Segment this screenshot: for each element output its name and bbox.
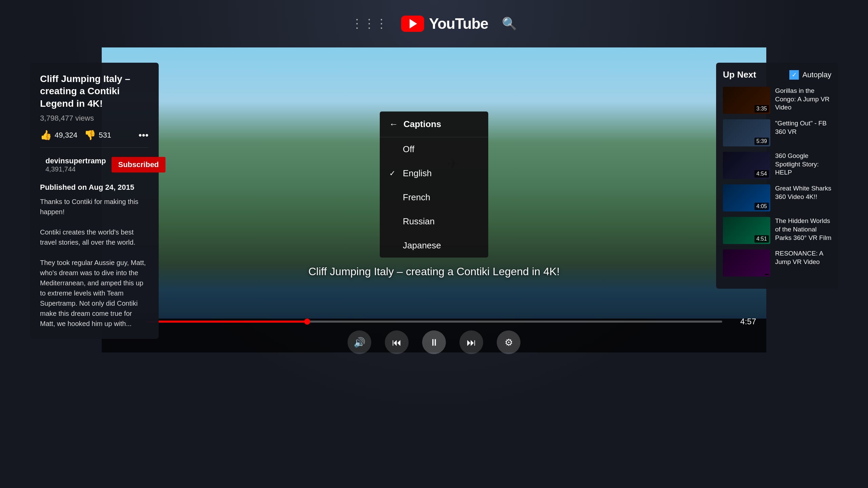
description-line1: Thanks to Contiki for making this happen…	[40, 197, 149, 217]
next-video-item-5[interactable]: 4:51 The Hidden Worlds of the National P…	[723, 217, 831, 244]
next-thumb-4: 4:05	[723, 184, 770, 211]
video-player[interactable]: ✈ Cliff Jumping Italy – creating a Conti…	[102, 47, 766, 319]
settings-icon: ⚙	[505, 337, 513, 348]
pause-icon: ⏸	[429, 337, 439, 348]
description-line3: They took regular Aussie guy, Matt, who'…	[40, 258, 149, 329]
up-next-title: Up Next	[723, 69, 756, 80]
channel-info: devinsupertramp 4,391,744	[45, 157, 106, 173]
caption-japanese-label: Japanese	[403, 240, 441, 251]
grid-menu-icon[interactable]: ⋮⋮⋮	[351, 17, 388, 31]
caption-option-english[interactable]: ✓ English	[380, 161, 488, 185]
up-next-panel: Up Next ✓ Autoplay 3:35 Gorillas in the …	[716, 63, 838, 289]
youtube-logo[interactable]: YouTube	[401, 15, 488, 32]
caption-off-label: Off	[403, 144, 414, 155]
caption-french-label: French	[403, 192, 430, 203]
next-title-1: Gorillas in the Congo: A Jump VR Video	[775, 87, 831, 112]
video-container: ✈ Cliff Jumping Italy – creating a Conti…	[102, 47, 766, 352]
next-thumb-2: 5:39	[723, 119, 770, 146]
channel-subs: 4,391,744	[45, 165, 106, 173]
captions-header: ← Captions	[380, 111, 488, 137]
caption-option-french[interactable]: French	[380, 185, 488, 209]
video-title-overlay: Cliff Jumping Italy – creating a Contiki…	[102, 265, 766, 278]
next-info-4: Great White Sharks 360 Video 4K!!	[775, 184, 831, 211]
progress-bar-container: 1:24 4:57	[112, 317, 756, 326]
youtube-play-icon	[401, 16, 424, 32]
dislike-button[interactable]: 👎 531	[84, 129, 111, 141]
settings-button[interactable]: ⚙	[497, 330, 520, 354]
next-video-item-4[interactable]: 4:05 Great White Sharks 360 Video 4K!!	[723, 184, 831, 211]
thumbs-up-icon: 👍	[40, 129, 52, 141]
top-navigation: ⋮⋮⋮ YouTube 🔍	[0, 0, 868, 47]
description: Thanks to Contiki for making this happen…	[40, 197, 149, 329]
autoplay-checkbox[interactable]: ✓	[789, 70, 799, 80]
next-duration-4: 4:05	[754, 203, 769, 210]
autoplay-row: ✓ Autoplay	[789, 70, 831, 80]
video-title: Cliff Jumping Italy – creating a Contiki…	[40, 73, 149, 110]
next-info-5: The Hidden Worlds of the National Parks …	[775, 217, 831, 244]
search-icon[interactable]: 🔍	[502, 17, 517, 31]
likes-row: 👍 49,324 👎 531 •••	[40, 129, 149, 148]
next-title-6: RESONANCE: A Jump VR Video	[775, 249, 831, 266]
thumbs-down-icon: 👎	[84, 129, 96, 141]
dislike-count: 531	[99, 131, 111, 140]
time-total: 4:57	[729, 317, 756, 326]
progress-thumb[interactable]	[304, 319, 310, 325]
next-duration-5: 4:51	[754, 235, 769, 243]
prev-icon: ⏮	[392, 337, 401, 348]
next-thumb-6	[723, 249, 770, 277]
next-title-3: 360 Google Spotlight Story: HELP	[775, 152, 831, 177]
channel-name: devinsupertramp	[45, 157, 106, 165]
caption-english-label: English	[403, 168, 432, 179]
pause-button[interactable]: ⏸	[422, 330, 446, 354]
more-options-button[interactable]: •••	[139, 130, 149, 141]
next-video-item-1[interactable]: 3:35 Gorillas in the Congo: A Jump VR Vi…	[723, 87, 831, 114]
back-arrow-icon[interactable]: ←	[389, 119, 398, 129]
previous-button[interactable]: ⏮	[385, 330, 409, 354]
next-info-1: Gorillas in the Congo: A Jump VR Video	[775, 87, 831, 114]
next-duration-6	[765, 274, 769, 275]
caption-check-english: ✓	[389, 169, 397, 178]
next-icon: ⏭	[467, 337, 476, 348]
next-title-5: The Hidden Worlds of the National Parks …	[775, 217, 831, 242]
next-button[interactable]: ⏭	[459, 330, 483, 354]
volume-icon: 🔊	[354, 337, 366, 348]
caption-check-russian	[389, 217, 397, 226]
caption-check-french	[389, 193, 397, 202]
view-count: 3,798,477 views	[40, 114, 149, 123]
caption-check-japanese	[389, 241, 397, 250]
caption-check-off	[389, 145, 397, 154]
next-title-4: Great White Sharks 360 Video 4K!!	[775, 184, 831, 201]
progress-track[interactable]	[146, 321, 722, 323]
next-duration-3: 4:54	[754, 170, 769, 178]
next-video-item-6[interactable]: RESONANCE: A Jump VR Video	[723, 249, 831, 277]
next-title-2: "Getting Out" - FB 360 VR	[775, 119, 831, 136]
next-video-item-3[interactable]: 4:54 360 Google Spotlight Story: HELP	[723, 152, 831, 179]
next-thumb-3: 4:54	[723, 152, 770, 179]
next-duration-2: 5:39	[754, 138, 769, 145]
channel-row: 🎬 devinsupertramp 4,391,744 Subscribed	[40, 155, 149, 175]
caption-option-japanese[interactable]: Japanese	[380, 233, 488, 258]
volume-button[interactable]: 🔊	[348, 330, 371, 354]
next-info-2: "Getting Out" - FB 360 VR	[775, 119, 831, 146]
next-info-3: 360 Google Spotlight Story: HELP	[775, 152, 831, 179]
captions-menu: ← Captions Off ✓ English French Russian	[380, 111, 488, 258]
up-next-header: Up Next ✓ Autoplay	[723, 69, 831, 80]
next-thumb-5: 4:51	[723, 217, 770, 244]
next-duration-1: 3:35	[754, 105, 769, 113]
subscribe-button[interactable]: Subscribed	[112, 157, 166, 172]
next-info-6: RESONANCE: A Jump VR Video	[775, 249, 831, 277]
youtube-text: YouTube	[429, 15, 488, 32]
info-panel: Cliff Jumping Italy – creating a Contiki…	[30, 63, 159, 339]
like-count: 49,324	[55, 131, 77, 140]
captions-title: Captions	[403, 119, 441, 129]
controls-row: 🔊 ⏮ ⏸ ⏭ ⚙	[112, 330, 756, 354]
caption-russian-label: Russian	[403, 216, 435, 227]
next-video-item-2[interactable]: 5:39 "Getting Out" - FB 360 VR	[723, 119, 831, 146]
caption-option-russian[interactable]: Russian	[380, 209, 488, 233]
progress-fill	[146, 321, 307, 323]
description-line2: Contiki creates the world's best travel …	[40, 227, 149, 247]
published-date: Published on Aug 24, 2015	[40, 183, 149, 192]
caption-option-off[interactable]: Off	[380, 137, 488, 161]
like-button[interactable]: 👍 49,324	[40, 129, 77, 141]
autoplay-label: Autoplay	[802, 70, 831, 79]
